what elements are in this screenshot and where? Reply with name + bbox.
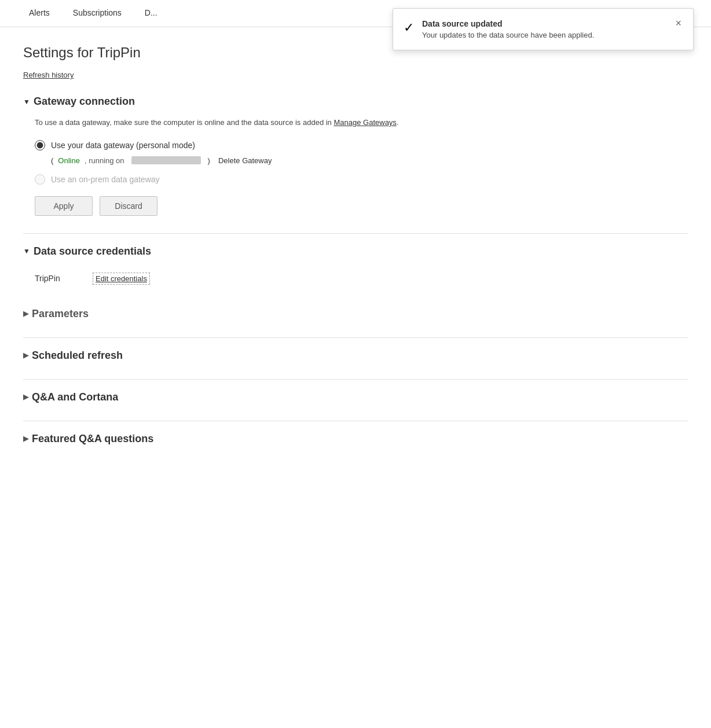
personal-gateway-label[interactable]: Use your data gateway (personal mode): [51, 141, 195, 150]
qa-cortana-title: Q&A and Cortana: [32, 391, 118, 403]
personal-gateway-radio[interactable]: [35, 140, 45, 150]
gateway-status-line: ( Online , running on ) Delete Gateway: [51, 156, 688, 165]
toast-title: Data source updated: [422, 19, 667, 28]
status-running-text: , running on: [85, 156, 124, 165]
parameters-section-title: Parameters: [32, 308, 89, 320]
featured-qa-header[interactable]: ▶ Featured Q&A questions: [23, 433, 688, 445]
credentials-row: TripPin Edit credentials: [35, 267, 688, 291]
toast-message: Your updates to the data source have bee…: [422, 31, 667, 39]
delete-gateway-link[interactable]: Delete Gateway: [218, 156, 272, 165]
edit-credentials-link[interactable]: Edit credentials: [93, 273, 150, 285]
scheduled-refresh-title: Scheduled refresh: [32, 350, 123, 362]
gateway-section-title: Gateway connection: [34, 95, 135, 108]
toast-notification: ✓ Data source updated Your updates to th…: [393, 8, 694, 50]
onprem-gateway-option[interactable]: Use an on-prem data gateway: [35, 174, 688, 185]
credentials-section: ▼ Data source credentials TripPin Edit c…: [23, 245, 688, 291]
open-paren: (: [51, 156, 53, 165]
onprem-gateway-label[interactable]: Use an on-prem data gateway: [51, 175, 160, 184]
featured-qa-arrow: ▶: [23, 435, 28, 443]
gateway-collapse-arrow: ▼: [23, 98, 30, 106]
apply-button[interactable]: Apply: [35, 196, 93, 216]
featured-qa-title: Featured Q&A questions: [32, 433, 153, 445]
datasource-name: TripPin: [35, 274, 81, 283]
credentials-section-title: Data source credentials: [34, 245, 151, 258]
gateway-section-body: To use a data gateway, make sure the com…: [23, 117, 688, 216]
scheduled-refresh-arrow: ▶: [23, 351, 28, 359]
featured-qa-section: ▶ Featured Q&A questions: [23, 433, 688, 445]
parameters-expand-arrow: ▶: [23, 310, 28, 318]
qa-cortana-section: ▶ Q&A and Cortana: [23, 391, 688, 403]
parameters-section: ▶ Parameters: [23, 308, 688, 320]
scheduled-refresh-header[interactable]: ▶ Scheduled refresh: [23, 350, 688, 362]
gateway-description: To use a data gateway, make sure the com…: [35, 117, 556, 128]
credentials-collapse-arrow: ▼: [23, 247, 30, 255]
close-paren: ): [208, 156, 210, 165]
tab-subscriptions[interactable]: Subscriptions: [61, 0, 133, 27]
tab-d[interactable]: D...: [133, 0, 169, 27]
scheduled-refresh-section: ▶ Scheduled refresh: [23, 350, 688, 362]
gateway-section-header[interactable]: ▼ Gateway connection: [23, 95, 688, 108]
gateway-button-row: Apply Discard: [35, 196, 688, 216]
credentials-section-body: TripPin Edit credentials: [23, 267, 688, 291]
parameters-section-header[interactable]: ▶ Parameters: [23, 308, 688, 320]
toast-close-button[interactable]: ×: [675, 18, 681, 28]
manage-gateways-link[interactable]: Manage Gateways: [333, 118, 396, 127]
gateway-machine-name: [131, 156, 201, 164]
onprem-gateway-radio[interactable]: [35, 174, 45, 185]
personal-gateway-option[interactable]: Use your data gateway (personal mode): [35, 140, 688, 150]
gateway-connection-section: ▼ Gateway connection To use a data gatew…: [23, 95, 688, 216]
toast-content: Data source updated Your updates to the …: [422, 19, 667, 39]
qa-cortana-header[interactable]: ▶ Q&A and Cortana: [23, 391, 688, 403]
discard-button[interactable]: Discard: [100, 196, 157, 216]
credentials-section-header[interactable]: ▼ Data source credentials: [23, 245, 688, 258]
check-icon: ✓: [404, 20, 414, 35]
tab-alerts[interactable]: Alerts: [17, 0, 61, 27]
status-online-text: Online: [58, 156, 80, 165]
main-content: Settings for TripPin Refresh history ▼ G…: [0, 27, 711, 480]
refresh-history-link[interactable]: Refresh history: [23, 71, 74, 79]
qa-cortana-arrow: ▶: [23, 393, 28, 401]
